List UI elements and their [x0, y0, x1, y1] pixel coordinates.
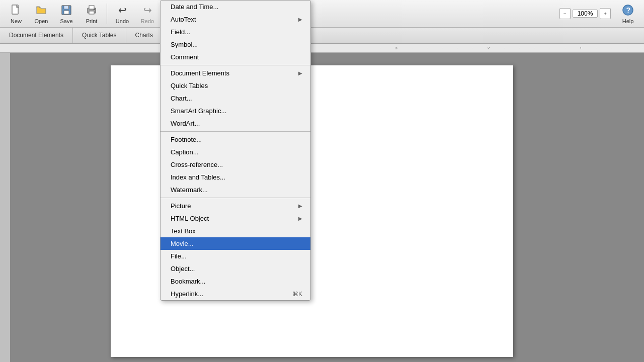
menu-item-text-box[interactable]: Text Box: [160, 225, 310, 237]
tab-charts[interactable]: Charts: [126, 28, 163, 43]
separator-1: [160, 65, 310, 65]
undo-button[interactable]: ↩ Undo: [110, 2, 134, 25]
insert-menu: Date and Time... AutoText ▶ Field... Sym…: [160, 0, 311, 301]
svg-text:?: ?: [626, 6, 631, 14]
tab-document-elements[interactable]: Document Elements: [0, 28, 73, 43]
svg-rect-10: [89, 6, 94, 9]
menu-item-wordart[interactable]: WordArt...: [160, 117, 310, 130]
html-object-arrow: ▶: [298, 216, 302, 221]
menu-item-file[interactable]: File...: [160, 250, 310, 262]
document-area: So....: [10, 53, 644, 362]
menu-item-chart[interactable]: Chart...: [160, 92, 310, 105]
menu-item-index-tables[interactable]: Index and Tables...: [160, 171, 310, 184]
save-label: Save: [60, 18, 72, 24]
menu-item-object[interactable]: Object...: [160, 262, 310, 275]
menu-item-movie[interactable]: Movie...: [160, 237, 310, 250]
help-button[interactable]: ? Help: [616, 2, 640, 25]
ribbon-tabs: Document Elements Quick Tables Charts Sm…: [0, 28, 644, 44]
help-icon: ?: [621, 3, 635, 17]
new-button[interactable]: New: [4, 2, 28, 25]
print-label: Print: [86, 18, 98, 24]
toolbar: New Open Save: [0, 0, 644, 28]
svg-rect-8: [68, 6, 69, 9]
new-icon: [9, 3, 23, 17]
redo-label: Redo: [141, 18, 154, 24]
open-label: Open: [35, 18, 48, 24]
tab-quick-tables[interactable]: Quick Tables: [73, 28, 126, 43]
separator-1: [107, 4, 107, 24]
menu-item-hyperlink[interactable]: Hyperlink... ⌘K: [160, 288, 310, 300]
autotext-arrow: ▶: [298, 17, 302, 22]
zoom-area: − +: [559, 8, 611, 19]
redo-button[interactable]: ↪ Redo: [135, 2, 159, 25]
hyperlink-shortcut: ⌘K: [292, 291, 302, 298]
menu-item-caption[interactable]: Caption...: [160, 146, 310, 158]
menu-item-autotext[interactable]: AutoText ▶: [160, 13, 310, 26]
print-icon: [85, 3, 99, 17]
menu-item-document-elements[interactable]: Document Elements ▶: [160, 67, 310, 79]
separator-2: [160, 131, 310, 132]
menu-item-quick-tables[interactable]: Quick Tables: [160, 79, 310, 92]
svg-rect-7: [64, 11, 69, 14]
undo-icon: ↩: [115, 3, 129, 17]
new-label: New: [11, 18, 22, 24]
save-button[interactable]: Save: [54, 2, 78, 25]
menu-item-smartart-graphic[interactable]: SmartArt Graphic...: [160, 105, 310, 117]
menu-item-bookmark[interactable]: Bookmark...: [160, 275, 310, 288]
menu-item-field[interactable]: Field...: [160, 26, 310, 38]
menu-item-html-object[interactable]: HTML Object ▶: [160, 212, 310, 225]
undo-label: Undo: [116, 18, 129, 24]
print-button[interactable]: Print: [79, 2, 104, 25]
menu-item-date-time[interactable]: Date and Time...: [160, 1, 310, 13]
zoom-out-button[interactable]: −: [559, 8, 571, 19]
zoom-input[interactable]: [573, 10, 598, 18]
svg-point-12: [94, 9, 95, 10]
doc-elements-arrow: ▶: [298, 70, 302, 76]
open-button[interactable]: Open: [29, 2, 53, 25]
menu-item-footnote[interactable]: Footnote...: [160, 133, 310, 146]
menu-item-comment[interactable]: Comment: [160, 51, 310, 63]
menu-item-symbol[interactable]: Symbol...: [160, 38, 310, 51]
picture-arrow: ▶: [298, 203, 302, 209]
menu-item-watermark[interactable]: Watermark...: [160, 184, 310, 196]
separator-3: [160, 198, 310, 198]
ruler: ·3·····2·····1·····0·····1·····2·····3··…: [0, 44, 644, 53]
redo-icon: ↪: [140, 3, 154, 17]
help-label: Help: [622, 18, 634, 24]
open-icon: [34, 3, 48, 17]
save-icon: [59, 3, 73, 17]
svg-rect-11: [89, 11, 94, 14]
menu-item-cross-reference[interactable]: Cross-reference...: [160, 158, 310, 171]
menu-item-picture[interactable]: Picture ▶: [160, 200, 310, 212]
zoom-in-button[interactable]: +: [600, 8, 611, 19]
